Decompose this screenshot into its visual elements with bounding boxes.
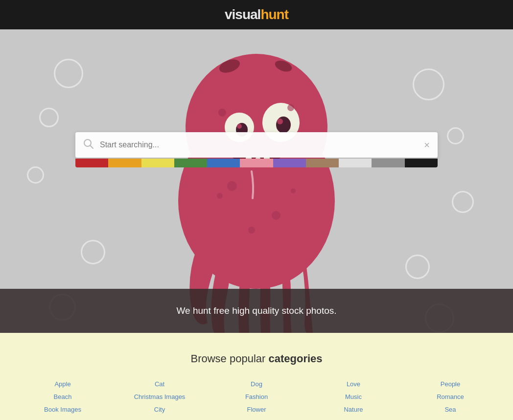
categories-grid: AppleBeachBook ImagesBusinessCarCatChris… — [17, 379, 496, 420]
color-swatches — [75, 159, 438, 167]
swatch-purple[interactable] — [273, 159, 306, 167]
svg-point-19 — [248, 227, 255, 233]
category-link-coffee-images[interactable]: Coffee Images — [139, 417, 180, 420]
category-link-people[interactable]: People — [441, 379, 460, 390]
svg-point-8 — [237, 124, 242, 129]
category-column-2: CatChristmas ImagesCityCoffee ImagesComp… — [114, 379, 206, 420]
category-link-cat[interactable]: Cat — [155, 379, 164, 390]
bubble-decoration — [452, 191, 474, 213]
category-link-sea[interactable]: Sea — [444, 404, 456, 415]
bubble-decoration — [413, 69, 444, 100]
search-container: × — [75, 132, 438, 167]
browse-title: Browse popular categories — [10, 352, 503, 365]
swatch-black[interactable] — [405, 159, 438, 167]
swatch-pink[interactable] — [240, 159, 273, 167]
swatch-gray[interactable] — [372, 159, 404, 167]
category-link-office[interactable]: Office — [345, 417, 362, 420]
hero-section: × We hunt free high quality stock photos… — [0, 29, 513, 333]
svg-point-7 — [276, 117, 291, 133]
category-column-5: PeopleRomanceSeaSkySnow — [404, 379, 496, 420]
swatch-orange[interactable] — [108, 159, 141, 167]
browse-bold: categories — [268, 352, 322, 365]
swatch-blue[interactable] — [207, 159, 240, 167]
logo-hunt-text: hunt — [260, 7, 288, 22]
category-column-4: LoveMusicNatureOfficeParty Images — [307, 379, 399, 420]
category-link-love[interactable]: Love — [347, 379, 360, 390]
category-column-1: AppleBeachBook ImagesBusinessCar — [17, 379, 109, 420]
category-link-fashion[interactable]: Fashion — [245, 392, 268, 402]
category-link-flower[interactable]: Flower — [247, 404, 266, 415]
category-link-nature[interactable]: Nature — [344, 404, 363, 415]
bubble-decoration — [447, 127, 464, 144]
category-link-dog[interactable]: Dog — [251, 379, 262, 390]
swatch-white[interactable] — [339, 159, 372, 167]
logo[interactable]: visualhunt — [225, 7, 288, 23]
bubble-decoration — [405, 255, 430, 279]
search-bar: × — [75, 132, 438, 158]
category-link-sky[interactable]: Sky — [445, 417, 456, 420]
swatch-yellow[interactable] — [141, 159, 174, 167]
category-link-romance[interactable]: Romance — [437, 392, 464, 402]
logo-visual-text: visual — [225, 7, 260, 22]
swatch-brown[interactable] — [306, 159, 339, 167]
search-icon — [83, 139, 94, 152]
monster-illustration — [134, 29, 379, 333]
swatch-red[interactable] — [75, 159, 108, 167]
category-link-beach[interactable]: Beach — [54, 392, 72, 402]
svg-point-15 — [227, 181, 237, 191]
search-input[interactable] — [100, 140, 424, 149]
category-link-music[interactable]: Music — [345, 392, 362, 402]
hero-tagline: We hunt free high quality stock photos. — [176, 305, 336, 316]
svg-point-18 — [291, 188, 296, 193]
svg-line-21 — [91, 145, 93, 148]
category-link-food-images[interactable]: Food Images — [238, 417, 275, 420]
svg-point-1 — [186, 54, 327, 201]
bubble-decoration — [27, 166, 44, 184]
svg-point-14 — [287, 104, 294, 111]
header: visualhunt — [0, 0, 513, 29]
category-link-christmas-images[interactable]: Christmas Images — [134, 392, 186, 402]
svg-point-13 — [218, 109, 226, 117]
browse-plain: popular — [230, 352, 265, 365]
hero-overlay: We hunt free high quality stock photos. — [0, 289, 513, 333]
bubble-decoration — [81, 240, 105, 264]
svg-point-9 — [277, 118, 283, 124]
category-link-city[interactable]: City — [154, 404, 165, 415]
category-link-business[interactable]: Business — [50, 417, 76, 420]
swatch-green[interactable] — [174, 159, 207, 167]
category-link-book-images[interactable]: Book Images — [44, 404, 81, 415]
bubble-decoration — [39, 108, 59, 127]
svg-point-16 — [272, 211, 280, 220]
bubble-decoration — [54, 59, 83, 88]
svg-point-17 — [217, 193, 223, 199]
browse-section: Browse popular categories AppleBeachBook… — [0, 333, 513, 420]
search-clear-button[interactable]: × — [424, 140, 430, 151]
category-column-3: DogFashionFlowerFood ImagesHappy — [210, 379, 303, 420]
category-link-apple[interactable]: Apple — [54, 379, 70, 390]
